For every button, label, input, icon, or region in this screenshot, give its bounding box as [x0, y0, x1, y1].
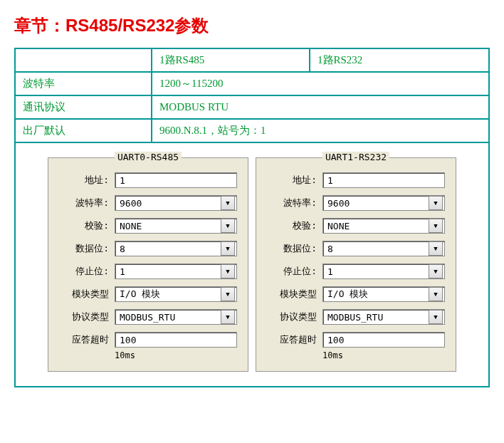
timeout-label: 应答超时 — [59, 333, 115, 346]
stopbits-label: 停止位: — [267, 265, 322, 278]
addr-input[interactable]: 1 — [322, 172, 445, 188]
spec-row-value: 9600.N.8.1，站号为：1 — [152, 119, 489, 142]
parity-label: 校验: — [267, 219, 322, 232]
stopbits-label: 停止位: — [59, 265, 115, 278]
baud-label: 波特率: — [59, 197, 115, 209]
spec-header-col1: 1路RS485 — [152, 48, 310, 72]
uart1-groupbox: UART1-RS232 地址: 1 波特率: 9600▼ 校验: NONE▼ 数… — [256, 157, 456, 372]
modtype-label: 模块类型 — [267, 288, 322, 301]
chevron-down-icon[interactable]: ▼ — [221, 310, 235, 324]
databits-select[interactable]: 8▼ — [322, 241, 445, 256]
chevron-down-icon[interactable]: ▼ — [429, 219, 443, 233]
databits-label: 数据位: — [267, 242, 322, 255]
timeout-unit: 10ms — [322, 350, 445, 360]
page-title: 章节：RS485/RS232参数 — [14, 14, 490, 37]
baud-select[interactable]: 9600▼ — [322, 195, 445, 211]
chevron-down-icon[interactable]: ▼ — [221, 287, 235, 301]
spec-header-col2: 1路RS232 — [310, 48, 489, 72]
chevron-down-icon[interactable]: ▼ — [221, 196, 235, 210]
timeout-input[interactable]: 100 — [322, 332, 445, 348]
timeout-unit: 10ms — [115, 350, 237, 360]
chevron-down-icon[interactable]: ▼ — [221, 264, 235, 278]
modtype-select[interactable]: I/O 模块▼ — [115, 286, 237, 302]
prottype-select[interactable]: MODBUS_RTU▼ — [322, 309, 445, 325]
spec-row-value: 1200～115200 — [152, 72, 489, 95]
chevron-down-icon[interactable]: ▼ — [221, 219, 235, 233]
baud-label: 波特率: — [267, 197, 322, 209]
timeout-input[interactable]: 100 — [115, 332, 237, 348]
config-panel-area: UART0-RS485 地址: 1 波特率: 9600▼ 校验: NONE▼ 数… — [14, 143, 490, 387]
spec-row-label: 波特率 — [15, 72, 152, 95]
chevron-down-icon[interactable]: ▼ — [429, 310, 443, 324]
addr-label: 地址: — [59, 174, 115, 187]
parity-label: 校验: — [59, 219, 115, 232]
prottype-label: 协议类型 — [267, 311, 322, 323]
spec-row-label: 出厂默认 — [15, 119, 152, 142]
chevron-down-icon[interactable]: ▼ — [429, 264, 443, 278]
spec-row-label: 通讯协议 — [15, 95, 152, 119]
stopbits-select[interactable]: 1▼ — [322, 264, 445, 279]
baud-select[interactable]: 9600▼ — [115, 195, 237, 211]
stopbits-select[interactable]: 1▼ — [115, 264, 237, 279]
chevron-down-icon[interactable]: ▼ — [429, 287, 443, 301]
spec-table: 1路RS485 1路RS232 波特率 1200～115200 通讯协议 MOD… — [14, 48, 490, 143]
uart0-groupbox: UART0-RS485 地址: 1 波特率: 9600▼ 校验: NONE▼ 数… — [48, 157, 248, 372]
addr-label: 地址: — [267, 174, 322, 187]
addr-input[interactable]: 1 — [115, 172, 237, 188]
timeout-label: 应答超时 — [267, 333, 322, 346]
uart1-legend: UART1-RS232 — [256, 152, 456, 162]
chevron-down-icon[interactable]: ▼ — [429, 196, 443, 210]
spec-row-value: MODBUS RTU — [152, 95, 489, 119]
databits-label: 数据位: — [59, 242, 115, 255]
uart0-legend: UART0-RS485 — [48, 152, 248, 162]
spec-header-blank — [15, 48, 152, 72]
prottype-select[interactable]: MODBUS_RTU▼ — [115, 309, 237, 325]
modtype-select[interactable]: I/O 模块▼ — [322, 286, 445, 302]
prottype-label: 协议类型 — [59, 311, 115, 323]
parity-select[interactable]: NONE▼ — [322, 218, 445, 234]
parity-select[interactable]: NONE▼ — [115, 218, 237, 234]
databits-select[interactable]: 8▼ — [115, 241, 237, 256]
chevron-down-icon[interactable]: ▼ — [429, 241, 443, 256]
modtype-label: 模块类型 — [59, 288, 115, 301]
chevron-down-icon[interactable]: ▼ — [221, 241, 235, 256]
